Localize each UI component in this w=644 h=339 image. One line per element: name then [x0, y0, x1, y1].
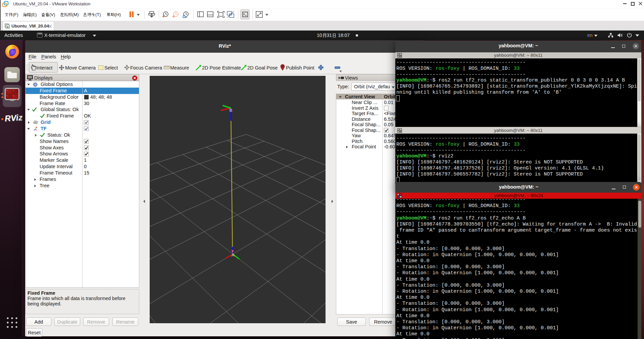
svg-text:>_: >_: [6, 89, 9, 92]
svg-text:>_: >_: [6, 95, 9, 97]
svg-text:>_: >_: [13, 95, 15, 97]
svg-text:>_: >_: [13, 89, 15, 92]
svg-text:A: A: [232, 253, 235, 257]
svg-text:B: B: [230, 108, 232, 113]
